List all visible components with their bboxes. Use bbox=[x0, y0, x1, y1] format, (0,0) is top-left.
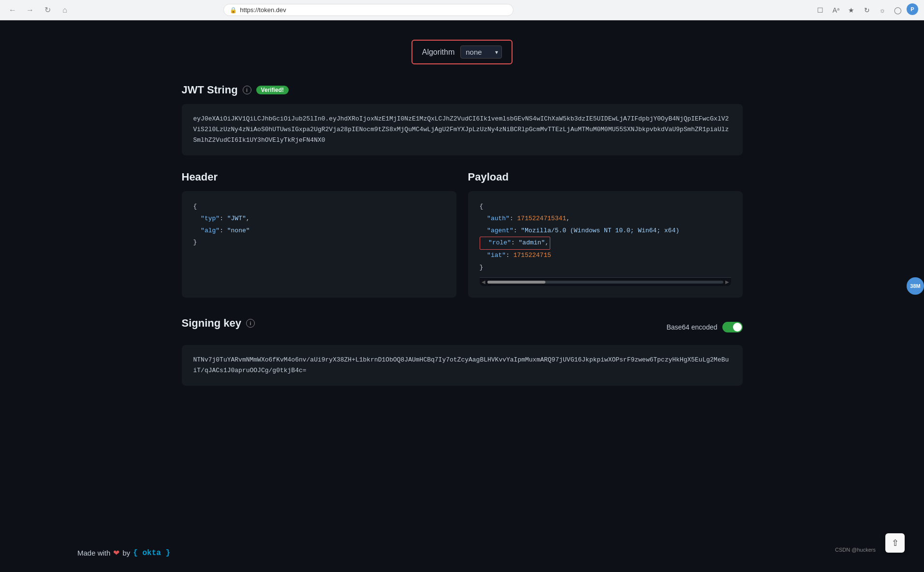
jwt-string-box[interactable]: eyJ0eXAiOiJKV1QiLCJhbGciOiJub25lIn0.eyJh… bbox=[182, 104, 743, 155]
heart-icon: ❤ bbox=[113, 548, 119, 557]
url-text: https://token.dev bbox=[240, 6, 286, 14]
scroll-top-button[interactable]: ⇧ bbox=[885, 533, 905, 553]
algorithm-select-wrapper: none HS256 HS384 HS512 RS256 RS384 RS512 bbox=[460, 45, 502, 59]
back-button[interactable]: ← bbox=[6, 3, 19, 17]
footer: Made with ❤ by { okta } bbox=[77, 548, 170, 557]
browser-chrome: ← → ↻ ⌂ 🔒 https://token.dev ☐ Aᵃ ★ ↻ ☼ ◯… bbox=[0, 0, 924, 20]
jwt-string-title: JWT String i Verified! bbox=[182, 84, 743, 96]
payload-section: Payload { "auth": 1715224715341, "agent"… bbox=[468, 171, 743, 298]
profile-avatar[interactable]: P bbox=[907, 3, 918, 15]
algorithm-container: Algorithm none HS256 HS384 HS512 RS256 R… bbox=[182, 40, 743, 64]
header-close-brace: } bbox=[193, 237, 445, 249]
translate-button[interactable]: Aᵃ bbox=[829, 3, 843, 17]
jwt-string-value: eyJ0eXAiOiJKV1QiLCJhbGciOiJub25lIn0.eyJh… bbox=[193, 115, 729, 144]
header-alg-line: "alg": "none" bbox=[193, 225, 445, 237]
extensions-button[interactable]: ☐ bbox=[814, 3, 827, 17]
algorithm-label: Algorithm bbox=[422, 48, 455, 57]
payload-panel[interactable]: { "auth": 1715224715341, "agent": "Mozil… bbox=[468, 191, 743, 298]
page-content: Algorithm none HS256 HS384 HS512 RS256 R… bbox=[172, 20, 752, 424]
header-section: Header { "typ": "JWT", "alg": "none" } bbox=[182, 171, 456, 298]
bookmark-button[interactable]: ☼ bbox=[876, 3, 889, 17]
jwt-info-icon[interactable]: i bbox=[243, 86, 251, 94]
header-code: { "typ": "JWT", "alg": "none" } bbox=[193, 201, 445, 249]
algorithm-box: Algorithm none HS256 HS384 HS512 RS256 R… bbox=[411, 40, 513, 64]
verified-badge: Verified! bbox=[256, 86, 289, 94]
header-title: Header bbox=[182, 171, 456, 183]
made-with-text: Made with bbox=[77, 549, 110, 557]
okta-close-brace: } bbox=[165, 549, 170, 557]
algorithm-select[interactable]: none HS256 HS384 HS512 RS256 RS384 RS512 bbox=[460, 45, 502, 59]
base64-toggle[interactable] bbox=[722, 322, 743, 332]
badge-38m-text: 38M bbox=[910, 283, 920, 289]
payload-role-line: "role": "admin", bbox=[480, 237, 731, 250]
browser-actions: ☐ Aᵃ ★ ↻ ☼ ◯ P bbox=[814, 3, 918, 17]
home-button[interactable]: ⌂ bbox=[58, 3, 72, 17]
toggle-knob bbox=[733, 323, 742, 331]
scrollbar-track bbox=[487, 281, 723, 284]
base64-toggle-row: Base64 encoded bbox=[666, 322, 742, 332]
okta-brand: { okta } bbox=[133, 549, 170, 557]
payload-auth-line: "auth": 1715224715341, bbox=[480, 213, 731, 225]
badge-38m: 38M bbox=[907, 277, 924, 295]
forward-button[interactable]: → bbox=[23, 3, 37, 17]
lock-icon: 🔒 bbox=[230, 7, 237, 14]
signing-key-info-icon[interactable]: i bbox=[246, 319, 255, 328]
header-typ-line: "typ": "JWT", bbox=[193, 213, 445, 225]
header-label: Header bbox=[182, 171, 218, 183]
payload-agent-line: "agent": "Mozilla/5.0 (Windows NT 10.0; … bbox=[480, 225, 731, 237]
signing-key-header: Signing key i Base64 encoded bbox=[182, 317, 743, 337]
account-button[interactable]: ◯ bbox=[891, 3, 905, 17]
signing-key-title: Signing key i bbox=[182, 317, 255, 330]
payload-code: { "auth": 1715224715341, "agent": "Mozil… bbox=[480, 201, 731, 273]
signing-key-section: Signing key i Base64 encoded NTNv7j0TuYA… bbox=[182, 317, 743, 386]
payload-open-brace: { bbox=[480, 201, 731, 213]
signing-key-box[interactable]: NTNv7j0TuYARvmNMmWXo6fKvM4o6nv/aUi9ryX38… bbox=[182, 345, 743, 386]
signing-key-value: NTNv7j0TuYARvmNMmWXo6fKvM4o6nv/aUi9ryX38… bbox=[193, 356, 729, 374]
payload-close-brace: } bbox=[480, 262, 731, 274]
base64-label: Base64 encoded bbox=[666, 323, 717, 331]
payload-iat-line: "iat": 1715224715 bbox=[480, 250, 731, 262]
jwt-string-label: JWT String bbox=[182, 84, 238, 96]
scrollbar-thumb bbox=[487, 281, 545, 284]
jwt-string-section: JWT String i Verified! eyJ0eXAiOiJKV1QiL… bbox=[182, 84, 743, 155]
refresh-button[interactable]: ↻ bbox=[860, 3, 874, 17]
payload-label: Payload bbox=[468, 171, 509, 183]
address-bar[interactable]: 🔒 https://token.dev bbox=[223, 4, 513, 16]
okta-name: okta bbox=[142, 549, 161, 557]
signing-key-label: Signing key bbox=[182, 317, 241, 330]
header-open-brace: { bbox=[193, 201, 445, 213]
header-payload-grid: Header { "typ": "JWT", "alg": "none" } bbox=[182, 171, 743, 298]
csdn-badge: CSDN @huckers bbox=[835, 547, 876, 553]
by-text: by bbox=[122, 549, 130, 557]
star-button[interactable]: ★ bbox=[845, 3, 858, 17]
okta-open-brace: { bbox=[133, 549, 138, 557]
payload-scrollbar[interactable]: ◀ ▶ bbox=[480, 277, 731, 286]
payload-title: Payload bbox=[468, 171, 743, 183]
header-panel[interactable]: { "typ": "JWT", "alg": "none" } bbox=[182, 191, 456, 298]
reload-button[interactable]: ↻ bbox=[41, 3, 54, 17]
csdn-text: CSDN @huckers bbox=[835, 547, 876, 553]
